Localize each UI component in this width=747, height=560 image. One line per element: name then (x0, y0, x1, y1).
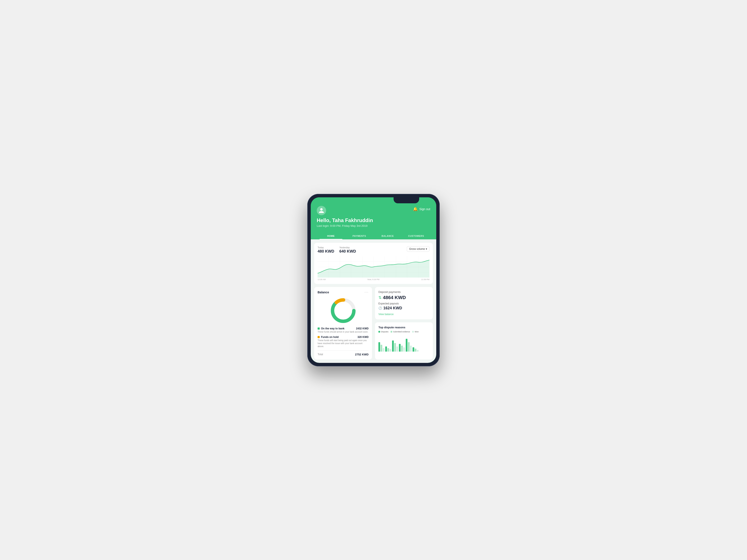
last-login: Last login: 9:00 PM, Friday May 3rd 2019 (317, 224, 373, 228)
header: Hello, Taha Fakhruddin Last login: 9:00 … (311, 197, 436, 239)
bar-submitted-2 (387, 348, 389, 352)
tab-balance[interactable]: BALANCE (374, 233, 402, 239)
nav-tabs: HOME PAYMENTS BALANCE CUSTOMERS (317, 233, 430, 239)
time-now: Now, 9:16 PM (367, 278, 380, 281)
deposit-label: Deposit payments (379, 290, 430, 294)
donut-chart-wrapper (317, 297, 368, 324)
bar-disputes-6 (413, 347, 414, 352)
disputes-legend-item: Disputes (379, 331, 388, 333)
balance-card-header: Balance ··· (317, 290, 368, 294)
on-the-way-desc: These funds should arrive in your bank a… (317, 330, 368, 334)
time-start: 12:00 AM (317, 278, 326, 281)
on-the-way-item: On the way to bank 2432 KWD These funds … (317, 327, 368, 334)
view-balance-link[interactable]: View balance (379, 313, 393, 316)
arrows-icon: ⇅ (379, 295, 382, 300)
header-top: Hello, Taha Fakhruddin Last login: 9:00 … (317, 206, 430, 231)
sign-out-button[interactable]: Sign out (419, 207, 430, 211)
bar-won-6 (417, 350, 418, 352)
disputes-card: Top dispute reasons Disputes Submitted e… (375, 322, 433, 359)
yesterday-value: 640 KWD (339, 249, 356, 254)
avatar (317, 206, 326, 215)
payout-label: Expected payouts (379, 302, 430, 305)
balance-card: Balance ··· (314, 287, 372, 359)
bar-disputes-3 (392, 341, 394, 352)
bar-won-4 (403, 347, 405, 352)
bar-won-2 (389, 349, 391, 352)
bottom-grid: Balance ··· (314, 287, 433, 359)
time-end: 11:59 PM (421, 278, 430, 281)
bar-submitted-4 (401, 346, 403, 352)
payout-amount: 🕐 1624 KWD (379, 306, 430, 311)
line-chart-area (317, 256, 430, 277)
disputes-legend: Disputes Submitted evidence Won (379, 331, 430, 333)
bar-group-6 (413, 347, 418, 352)
balance-title: Balance (317, 291, 329, 294)
bar-submitted-5 (408, 342, 410, 352)
donut-chart (329, 297, 357, 324)
green-dot (317, 327, 320, 329)
balance-legend: On the way to bank 2432 KWD These funds … (317, 327, 368, 348)
bar-disputes-5 (406, 339, 407, 352)
stats-group: Today 480 KWD Yesterday 640 KWD (317, 246, 356, 254)
bar-won-5 (410, 346, 412, 352)
device: Hello, Taha Fakhruddin Last login: 9:00 … (307, 194, 440, 366)
deposit-amount: ⇅ 4864 KWD (379, 295, 430, 300)
orange-dot (317, 336, 320, 338)
bar-submitted-1 (381, 345, 382, 352)
screen: Hello, Taha Fakhruddin Last login: 9:00 … (311, 197, 436, 363)
submitted-legend-item: Submitted evidence (391, 331, 410, 333)
bar-group-4 (399, 344, 405, 352)
yesterday-label: Yesterday (339, 246, 356, 249)
won-dot (412, 331, 414, 332)
chart-header: Today 480 KWD Yesterday 640 KWD Gross vo… (317, 246, 430, 254)
tab-customers[interactable]: CUSTOMERS (402, 233, 430, 239)
user-icon (318, 208, 325, 214)
funds-hold-desc: These funds will start being paid out ag… (317, 339, 368, 348)
bar-chart (379, 336, 430, 352)
bar-won-1 (383, 348, 384, 352)
won-legend-item: Won (412, 331, 418, 333)
main-content: Today 480 KWD Yesterday 640 KWD Gross vo… (311, 239, 436, 363)
bar-group-3 (392, 341, 398, 352)
chart-labels: 12:00 AM Now, 9:16 PM 11:59 PM (317, 278, 430, 281)
today-stat: Today 480 KWD (317, 246, 334, 254)
chart-card: Today 480 KWD Yesterday 640 KWD Gross vo… (314, 243, 433, 284)
bar-submitted-6 (415, 349, 416, 352)
bar-disputes-4 (399, 344, 401, 352)
submitted-dot (391, 331, 392, 332)
gross-volume-dropdown[interactable]: Gross volume ▾ (407, 246, 430, 252)
line-chart-svg (317, 256, 430, 277)
today-value: 480 KWD (317, 249, 334, 254)
balance-total: Total 2752 KWD (317, 350, 368, 356)
dots-menu[interactable]: ··· (364, 290, 368, 294)
clock-icon: 🕐 (379, 306, 382, 310)
yesterday-stat: Yesterday 640 KWD (339, 246, 356, 254)
bar-disputes-1 (379, 342, 380, 352)
bar-submitted-3 (394, 343, 396, 352)
bar-group-2 (385, 346, 391, 352)
total-value: 2752 KWD (355, 353, 368, 356)
tab-home[interactable]: HOME (317, 233, 345, 239)
notch (393, 197, 419, 203)
bar-disputes-2 (385, 346, 387, 352)
chevron-down-icon: ▾ (426, 247, 427, 250)
disputes-title: Top dispute reasons (379, 326, 430, 329)
deposit-card: Deposit payments ⇅ 4864 KWD Expected pay… (375, 287, 433, 319)
funds-hold-item: Funds on hold 320 KWD These funds will s… (317, 336, 368, 348)
payout-value: 1624 KWD (383, 306, 402, 311)
tab-payments[interactable]: PAYMENTS (345, 233, 374, 239)
total-label: Total (317, 353, 323, 356)
bar-group-1 (379, 342, 384, 352)
bar-won-3 (396, 346, 398, 352)
deposit-value: 4864 KWD (383, 295, 406, 300)
greeting: Hello, Taha Fakhruddin (317, 217, 373, 223)
bar-group-5 (406, 339, 412, 352)
disputes-dot (379, 331, 380, 332)
right-column: Deposit payments ⇅ 4864 KWD Expected pay… (375, 287, 433, 359)
header-right: 🔔 Sign out (413, 207, 430, 211)
on-the-way-value: 2432 KWD (356, 327, 368, 330)
bell-icon[interactable]: 🔔 (413, 207, 418, 211)
today-label: Today (317, 246, 334, 249)
funds-hold-value: 320 KWD (358, 336, 368, 339)
